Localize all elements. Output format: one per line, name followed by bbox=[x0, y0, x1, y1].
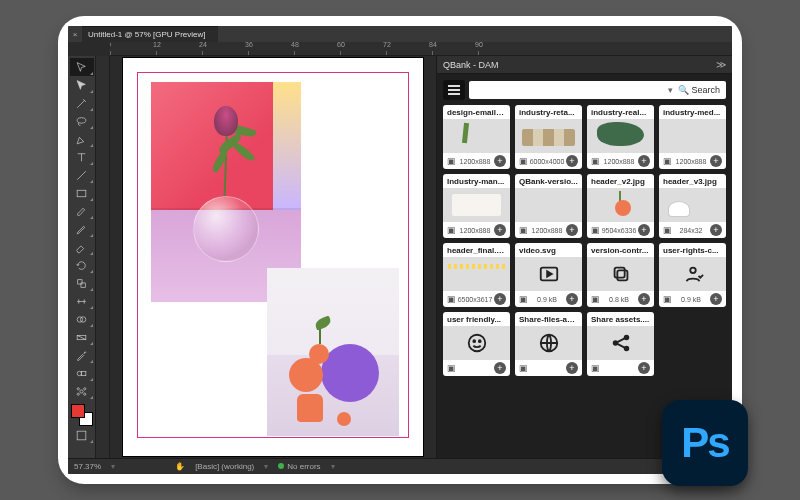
add-asset-button[interactable]: + bbox=[710, 224, 722, 236]
search-icon[interactable]: 🔍 bbox=[676, 85, 691, 95]
canvas-area[interactable] bbox=[110, 56, 436, 458]
svg-point-12 bbox=[77, 393, 79, 395]
pen-tool[interactable] bbox=[70, 130, 94, 148]
search-label: Search bbox=[691, 85, 724, 95]
rotate-tool[interactable] bbox=[70, 256, 94, 274]
search-input[interactable] bbox=[471, 85, 665, 95]
asset-dimensions: 0.9 kB bbox=[681, 296, 701, 303]
direct-selection-tool[interactable] bbox=[70, 76, 94, 94]
symbol-tool[interactable] bbox=[70, 382, 94, 400]
panel-header[interactable]: QBank - DAM ≫ bbox=[437, 56, 732, 74]
svg-rect-8 bbox=[82, 371, 86, 375]
rectangle-tool[interactable] bbox=[70, 184, 94, 202]
lasso-tool[interactable] bbox=[70, 112, 94, 130]
asset-card[interactable]: user friendly...▣+ bbox=[443, 312, 510, 376]
asset-thumbnail bbox=[515, 326, 582, 360]
add-asset-button[interactable]: + bbox=[638, 155, 650, 167]
add-asset-button[interactable]: + bbox=[494, 362, 506, 374]
asset-card[interactable]: industry-real...▣1200x888+ bbox=[587, 105, 654, 169]
asset-thumbnail bbox=[587, 188, 654, 222]
asset-card[interactable]: video.svg▣0.9 kB+ bbox=[515, 243, 582, 307]
gradient-tool[interactable] bbox=[70, 328, 94, 346]
camera-icon: ▣ bbox=[519, 156, 528, 166]
asset-card[interactable]: industry-reta...▣6000x4000+ bbox=[515, 105, 582, 169]
add-asset-button[interactable]: + bbox=[638, 293, 650, 305]
foreground-color-swatch[interactable] bbox=[71, 404, 85, 418]
add-asset-button[interactable]: + bbox=[494, 293, 506, 305]
ps-label: Ps bbox=[681, 419, 728, 467]
asset-thumbnail bbox=[443, 326, 510, 360]
zoom-level[interactable]: 57.37% bbox=[74, 462, 101, 471]
asset-name: header_v2.jpg bbox=[587, 174, 654, 188]
asset-name: industry-reta... bbox=[515, 105, 582, 119]
document-tab-title: Untitled-1 @ 57% [GPU Preview] bbox=[88, 30, 206, 39]
artboard[interactable] bbox=[123, 58, 423, 456]
asset-card[interactable]: header_final.jpg▣6500x3617+ bbox=[443, 243, 510, 307]
blend-tool[interactable] bbox=[70, 364, 94, 382]
svg-point-13 bbox=[84, 393, 86, 395]
asset-card[interactable]: Share assets....▣+ bbox=[587, 312, 654, 376]
asset-card[interactable]: industry-med...▣1200x888+ bbox=[659, 105, 726, 169]
line-tool[interactable] bbox=[70, 166, 94, 184]
asset-name: video.svg bbox=[515, 243, 582, 257]
add-asset-button[interactable]: + bbox=[494, 155, 506, 167]
asset-card[interactable]: user-rights-c...▣0.9 kB+ bbox=[659, 243, 726, 307]
add-asset-button[interactable]: + bbox=[494, 224, 506, 236]
wand-tool[interactable] bbox=[70, 94, 94, 112]
eyedropper-tool[interactable] bbox=[70, 346, 94, 364]
asset-dimensions: 1200x888 bbox=[676, 158, 707, 165]
screen-mode-tool[interactable] bbox=[70, 426, 94, 444]
asset-card[interactable]: header_v2.jpg▣9504x6336+ bbox=[587, 174, 654, 238]
add-asset-button[interactable]: + bbox=[566, 293, 578, 305]
asset-meta: ▣0.9 kB+ bbox=[515, 291, 582, 307]
camera-icon: ▣ bbox=[447, 225, 456, 235]
document-tab[interactable]: Untitled-1 @ 57% [GPU Preview] bbox=[82, 26, 218, 42]
asset-name: industry-med... bbox=[659, 105, 726, 119]
asset-name: Share assets.... bbox=[587, 312, 654, 326]
search-field[interactable]: ▾ 🔍 Search bbox=[469, 81, 726, 99]
asset-name: header_v3.jpg bbox=[659, 174, 726, 188]
asset-dimensions: 6500x3617 bbox=[458, 296, 493, 303]
svg-rect-16 bbox=[617, 270, 627, 280]
panel-collapse-icon[interactable]: ≫ bbox=[716, 59, 726, 70]
add-asset-button[interactable]: + bbox=[566, 362, 578, 374]
asset-card[interactable]: Industry-man...▣1200x888+ bbox=[443, 174, 510, 238]
asset-meta: ▣0.8 kB+ bbox=[587, 291, 654, 307]
brush-tool[interactable] bbox=[70, 202, 94, 220]
asset-card[interactable]: Share-files-as...▣+ bbox=[515, 312, 582, 376]
asset-card[interactable]: QBank-versio...▣1200x888+ bbox=[515, 174, 582, 238]
width-tool[interactable] bbox=[70, 292, 94, 310]
type-tool[interactable] bbox=[70, 148, 94, 166]
search-dropdown-icon[interactable]: ▾ bbox=[665, 85, 676, 95]
add-asset-button[interactable]: + bbox=[638, 362, 650, 374]
scale-tool[interactable] bbox=[70, 274, 94, 292]
asset-thumbnail bbox=[587, 119, 654, 153]
svg-rect-1 bbox=[77, 190, 86, 197]
asset-meta: ▣9504x6336+ bbox=[587, 222, 654, 238]
eraser-tool[interactable] bbox=[70, 238, 94, 256]
svg-point-19 bbox=[468, 335, 485, 352]
asset-thumbnail bbox=[515, 257, 582, 291]
add-asset-button[interactable]: + bbox=[566, 224, 578, 236]
add-asset-button[interactable]: + bbox=[710, 155, 722, 167]
asset-card[interactable]: design-email.psd▣1200x888+ bbox=[443, 105, 510, 169]
asset-dimensions: 1200x888 bbox=[604, 158, 635, 165]
asset-card[interactable]: header_v3.jpg▣284x32+ bbox=[659, 174, 726, 238]
workspace-label[interactable]: [Basic] (working) bbox=[195, 462, 254, 471]
menu-icon[interactable] bbox=[443, 80, 465, 100]
asset-meta: ▣0.9 kB+ bbox=[659, 291, 726, 307]
panel-title: QBank - DAM bbox=[443, 60, 499, 70]
close-tab-icon[interactable]: × bbox=[68, 30, 82, 39]
add-asset-button[interactable]: + bbox=[566, 155, 578, 167]
document-tab-bar: × Untitled-1 @ 57% [GPU Preview] bbox=[68, 26, 732, 42]
shape-builder-tool[interactable] bbox=[70, 310, 94, 328]
color-swatches[interactable] bbox=[71, 404, 93, 426]
asset-card[interactable]: version-contr...▣0.8 kB+ bbox=[587, 243, 654, 307]
placed-image-shapes[interactable] bbox=[267, 268, 399, 436]
add-asset-button[interactable]: + bbox=[638, 224, 650, 236]
selection-tool[interactable] bbox=[70, 58, 94, 76]
pencil-tool[interactable] bbox=[70, 220, 94, 238]
asset-thumbnail bbox=[659, 188, 726, 222]
add-asset-button[interactable]: + bbox=[710, 293, 722, 305]
svg-point-9 bbox=[80, 389, 83, 392]
